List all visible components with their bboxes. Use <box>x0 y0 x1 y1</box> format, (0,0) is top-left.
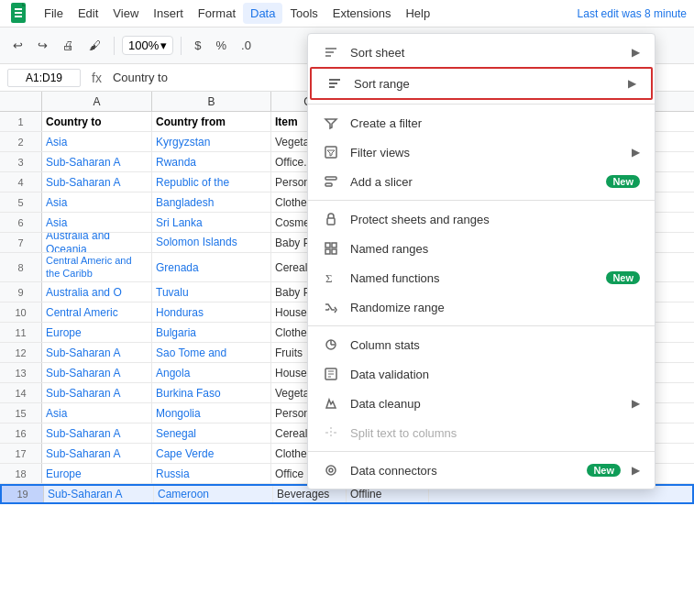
cell-a3[interactable]: Sub-Saharan A <box>42 152 152 171</box>
cell-a1[interactable]: Country to <box>42 112 152 131</box>
protect-sheets-icon <box>323 211 339 227</box>
menu-extensions[interactable]: Extensions <box>325 3 399 24</box>
cell-b6[interactable]: Sri Lanka <box>152 213 271 232</box>
menu-view[interactable]: View <box>105 3 146 24</box>
cell-b4[interactable]: Republic of the <box>152 172 271 192</box>
menu-format[interactable]: Format <box>191 3 243 24</box>
cell-a11[interactable]: Europe <box>42 323 152 342</box>
cell-b5[interactable]: Bangladesh <box>152 192 271 212</box>
row-num-12: 12 <box>0 343 42 362</box>
print-button[interactable]: 🖨 <box>57 35 80 56</box>
cell-a8[interactable]: Central Americ and the Caribb <box>42 253 152 281</box>
svg-rect-1 <box>15 8 22 10</box>
menu-item-split-text[interactable]: Split text to columns <box>308 418 655 447</box>
menu-file[interactable]: File <box>37 3 71 24</box>
cell-a18[interactable]: Europe <box>42 464 152 483</box>
col-header-a[interactable]: A <box>42 92 152 111</box>
cell-b18[interactable]: Russia <box>152 464 271 483</box>
svg-rect-13 <box>327 218 335 225</box>
cell-b3[interactable]: Rwanda <box>152 152 271 171</box>
data-cleanup-label: Data cleanup <box>350 397 621 411</box>
svg-text:Σ: Σ <box>325 271 333 285</box>
cell-b19[interactable]: Cameroon <box>154 486 273 502</box>
decimal-button[interactable]: .0 <box>236 35 257 56</box>
split-text-label: Split text to columns <box>350 426 640 440</box>
cell-a19[interactable]: Sub-Saharan A <box>44 486 154 502</box>
zoom-control[interactable]: 100% ▾ <box>122 36 173 55</box>
cell-b17[interactable]: Cape Verde <box>152 444 271 463</box>
menu-item-named-ranges[interactable]: Named ranges <box>308 234 655 263</box>
cell-a13[interactable]: Sub-Saharan A <box>42 363 152 382</box>
menu-edit[interactable]: Edit <box>71 3 105 24</box>
cell-a4[interactable]: Sub-Saharan A <box>42 172 152 192</box>
menu-data[interactable]: Data <box>243 3 282 24</box>
col-header-b[interactable]: B <box>152 92 271 111</box>
toolbar-separator-1 <box>114 37 115 55</box>
sort-sheet-icon <box>323 44 339 60</box>
data-connectors-badge: New <box>587 464 621 477</box>
cell-b12[interactable]: Sao Tome and <box>152 343 271 362</box>
row-num-2: 2 <box>0 132 42 151</box>
menu-item-data-validation[interactable]: Data validation <box>308 359 655 389</box>
toolbar-separator-2 <box>181 37 182 55</box>
cell-a12[interactable]: Sub-Saharan A <box>42 343 152 362</box>
menu-item-data-connectors[interactable]: Data connectors New ▶ <box>308 456 655 485</box>
cell-a16[interactable]: Sub-Saharan A <box>42 424 152 443</box>
cell-a10[interactable]: Central Americ <box>42 302 152 322</box>
menu-insert[interactable]: Insert <box>146 3 191 24</box>
sort-range-label: Sort range <box>354 77 617 91</box>
undo-button[interactable]: ↩ <box>7 35 28 56</box>
menu-item-protect-sheets[interactable]: Protect sheets and ranges <box>308 204 655 234</box>
cell-b7[interactable]: Solomon Islands <box>152 233 271 252</box>
add-slicer-icon <box>323 173 339 190</box>
row-num-5: 5 <box>0 192 42 212</box>
sort-range-arrow-icon: ▶ <box>628 77 636 90</box>
cell-b8[interactable]: Grenada <box>152 253 271 281</box>
zoom-arrow-icon: ▾ <box>160 38 167 52</box>
cell-a6[interactable]: Asia <box>42 213 152 232</box>
cell-a7[interactable]: Australia and Oceania <box>42 233 152 252</box>
menu-item-filter-views[interactable]: Filter views ▶ <box>308 138 655 167</box>
data-connectors-label: Data connectors <box>350 464 568 478</box>
cell-b16[interactable]: Senegal <box>152 424 271 443</box>
svg-rect-11 <box>325 177 336 180</box>
cell-b10[interactable]: Honduras <box>152 302 271 322</box>
menu-item-randomize[interactable]: Randomize range <box>308 292 655 322</box>
svg-rect-2 <box>15 12 22 14</box>
cell-a2[interactable]: Asia <box>42 132 152 151</box>
menu-item-create-filter[interactable]: Create a filter <box>308 108 655 138</box>
data-connectors-icon <box>323 462 339 478</box>
cell-a17[interactable]: Sub-Saharan A <box>42 444 152 463</box>
menu-item-named-functions[interactable]: Σ Named functions New <box>308 263 655 292</box>
cell-a14[interactable]: Sub-Saharan A <box>42 383 152 402</box>
data-dropdown-menu: Sort sheet ▶ Sort range ▶ Create a filte… <box>307 33 655 490</box>
menu-tools[interactable]: Tools <box>282 3 325 24</box>
cell-b2[interactable]: Kyrgyzstan <box>152 132 271 151</box>
menu-item-add-slicer[interactable]: Add a slicer New <box>308 167 655 196</box>
menu-item-data-cleanup[interactable]: Data cleanup ▶ <box>308 389 655 418</box>
menu-divider-1 <box>308 104 655 104</box>
currency-button[interactable]: $ <box>189 35 206 56</box>
cell-a5[interactable]: Asia <box>42 192 152 212</box>
cell-a15[interactable]: Asia <box>42 403 152 423</box>
row-num-1: 1 <box>0 112 42 131</box>
paint-format-button[interactable]: 🖌 <box>83 35 106 56</box>
svg-point-29 <box>326 466 336 475</box>
cell-b1[interactable]: Country from <box>152 112 271 131</box>
cell-b13[interactable]: Angola <box>152 363 271 382</box>
column-stats-label: Column stats <box>350 338 640 352</box>
cell-b9[interactable]: Tuvalu <box>152 282 271 302</box>
menu-item-sort-sheet[interactable]: Sort sheet ▶ <box>308 38 655 67</box>
cell-b14[interactable]: Burkina Faso <box>152 383 271 402</box>
sort-sheet-label: Sort sheet <box>350 46 621 60</box>
cell-b11[interactable]: Bulgaria <box>152 323 271 342</box>
menu-item-column-stats[interactable]: Column stats <box>308 330 655 359</box>
percent-button[interactable]: % <box>210 35 232 56</box>
randomize-label: Randomize range <box>350 301 640 314</box>
cell-b15[interactable]: Mongolia <box>152 403 271 423</box>
redo-button[interactable]: ↪ <box>32 35 53 56</box>
menu-help[interactable]: Help <box>398 3 437 24</box>
menu-item-sort-range[interactable]: Sort range ▶ <box>310 67 653 100</box>
cell-reference[interactable]: A1:D19 <box>7 69 81 87</box>
cell-a9[interactable]: Australia and O <box>42 282 152 302</box>
